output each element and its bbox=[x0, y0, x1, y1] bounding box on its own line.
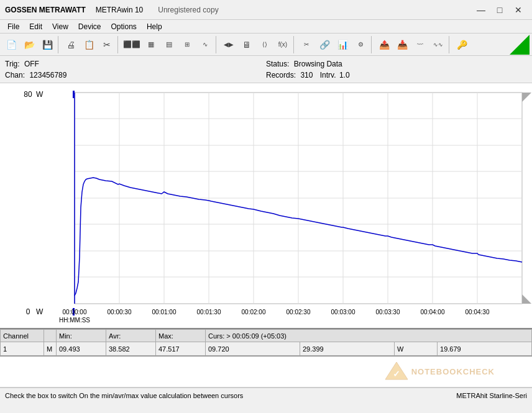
toolbar-btn18[interactable]: 📊 bbox=[334, 36, 351, 53]
toolbar-btn20[interactable]: 📤 bbox=[375, 36, 393, 53]
col-header-max: Max: bbox=[156, 330, 206, 342]
toolbar-btn13[interactable]: 🖥 bbox=[238, 36, 255, 53]
menu-help[interactable]: Help bbox=[142, 21, 167, 32]
toolbar-btn6[interactable]: ✂ bbox=[98, 36, 116, 53]
menu-edit[interactable]: Edit bbox=[24, 21, 47, 32]
menu-options[interactable]: Options bbox=[106, 21, 142, 32]
toolbar-sep5 bbox=[371, 36, 374, 53]
toolbar-btn7[interactable]: ⬛⬛ bbox=[122, 36, 142, 53]
status-device: METRAhit Starline-Seri bbox=[456, 392, 527, 399]
toolbar-btn22[interactable]: 〰 bbox=[411, 36, 429, 53]
toolbar-btn4[interactable]: 🖨 bbox=[62, 36, 80, 53]
unregistered-label: Unregistered copy bbox=[158, 6, 218, 14]
col-header-curs: Curs: > 00:05:09 (+05:03) bbox=[206, 330, 532, 342]
svg-marker-0 bbox=[510, 35, 530, 55]
svg-text:00:04:00: 00:04:00 bbox=[421, 309, 445, 315]
toolbar-btn23[interactable]: ∿∿ bbox=[429, 36, 447, 53]
toolbar-btn11[interactable]: ∿ bbox=[196, 36, 214, 53]
cell-unit: W bbox=[394, 342, 437, 356]
info-left: Trig: OFF Chan: 123456789 bbox=[5, 58, 266, 81]
toolbar-sep4 bbox=[293, 36, 296, 53]
menu-file[interactable]: File bbox=[2, 21, 24, 32]
toolbar-open[interactable]: 📂 bbox=[21, 36, 38, 53]
toolbar-btn9[interactable]: ▤ bbox=[160, 36, 178, 53]
toolbar-sep1 bbox=[58, 36, 60, 53]
minimize-button[interactable]: — bbox=[472, 2, 490, 17]
toolbar-btn21[interactable]: 📥 bbox=[393, 36, 411, 53]
title-bar-controls: — □ ✕ bbox=[472, 2, 527, 17]
toolbar-save[interactable]: 💾 bbox=[39, 36, 56, 53]
status-label: Status: bbox=[266, 60, 289, 68]
data-table: Channel Min: Avr: Max: Curs: > 00:05:09 … bbox=[0, 329, 532, 356]
intrv-value: 1.0 bbox=[339, 71, 350, 79]
table-row: 1 M 09.493 38.582 47.517 09.720 29.399 W… bbox=[1, 342, 532, 356]
green-corner bbox=[510, 35, 530, 55]
close-button[interactable]: ✕ bbox=[510, 2, 527, 17]
svg-text:0: 0 bbox=[26, 307, 30, 316]
status-bar: Check the box to switch On the min/avr/m… bbox=[0, 388, 532, 402]
records-label: Records: bbox=[266, 71, 296, 79]
maximize-button[interactable]: □ bbox=[491, 2, 508, 17]
cell-min: 09.493 bbox=[57, 342, 106, 356]
chan-row: Chan: 123456789 bbox=[5, 70, 266, 81]
toolbar-btn17[interactable]: 🔗 bbox=[316, 36, 333, 53]
chan-label: Chan: bbox=[5, 71, 25, 79]
svg-text:00:01:00: 00:01:00 bbox=[152, 309, 177, 315]
col-header-channel: Channel bbox=[1, 330, 44, 342]
toolbar-btn24[interactable]: 🔑 bbox=[453, 36, 470, 53]
cell-max: 47.517 bbox=[156, 342, 206, 356]
toolbar-btn12[interactable]: ◀▶ bbox=[220, 36, 237, 53]
watermark-area: ✓ NOTEBOOKCHECK bbox=[0, 356, 532, 388]
svg-text:00:01:30: 00:01:30 bbox=[197, 309, 221, 315]
svg-text:00:00:00: 00:00:00 bbox=[63, 309, 87, 315]
svg-text:✓: ✓ bbox=[393, 369, 400, 379]
toolbar-new[interactable]: 📄 bbox=[2, 36, 20, 53]
status-row: Status: Browsing Data bbox=[266, 58, 527, 70]
cell-curs2: 29.399 bbox=[300, 342, 394, 356]
toolbar-btn8[interactable]: ▦ bbox=[142, 36, 160, 53]
cell-curs3: 19.679 bbox=[438, 342, 532, 356]
title-bar: GOSSEN METRAWATT METRAwin 10 Unregistere… bbox=[0, 0, 532, 20]
main-content: 80 W 0 W bbox=[0, 83, 532, 329]
toolbar-sep6 bbox=[449, 36, 451, 53]
svg-text:W: W bbox=[36, 307, 44, 316]
svg-text:00:03:00: 00:03:00 bbox=[331, 309, 355, 315]
toolbar-btn19[interactable]: ⚙ bbox=[352, 36, 369, 53]
chart-container[interactable]: 80 W 0 W bbox=[0, 83, 532, 329]
toolbar-sep2 bbox=[117, 36, 120, 53]
svg-text:00:04:30: 00:04:30 bbox=[466, 309, 490, 315]
toolbar-sep3 bbox=[216, 36, 218, 53]
menu-device[interactable]: Device bbox=[73, 21, 106, 32]
measurements-table: Channel Min: Avr: Max: Curs: > 00:05:09 … bbox=[0, 329, 532, 356]
app-name: METRAwin 10 bbox=[96, 6, 143, 14]
toolbar-btn16[interactable]: ✂ bbox=[298, 36, 315, 53]
col-header-min: Min: bbox=[57, 330, 106, 342]
records-row: Records: 310 Intrv. 1.0 bbox=[266, 70, 527, 81]
menu-view[interactable]: View bbox=[47, 21, 73, 32]
toolbar-btn15[interactable]: f(x) bbox=[274, 36, 291, 53]
chan-value: 123456789 bbox=[29, 71, 66, 79]
intrv-label: Intrv. bbox=[320, 71, 336, 79]
trig-label: Trig: bbox=[5, 60, 20, 68]
toolbar-btn14[interactable]: ⟨⟩ bbox=[256, 36, 273, 53]
status-value: Browsing Data bbox=[294, 60, 342, 68]
toolbar: 📄 📂 💾 🖨 📋 ✂ ⬛⬛ ▦ ▤ ⊞ ∿ ◀▶ 🖥 ⟨⟩ f(x) ✂ 🔗 … bbox=[0, 34, 532, 56]
app-logo: GOSSEN METRAWATT bbox=[5, 6, 86, 14]
chart-svg-wrapper: 80 W 0 W bbox=[0, 83, 532, 328]
svg-text:HH:MM:SS: HH:MM:SS bbox=[59, 317, 90, 324]
cell-avr: 38.582 bbox=[106, 342, 156, 356]
svg-text:80: 80 bbox=[24, 90, 32, 99]
svg-text:00:00:30: 00:00:30 bbox=[108, 309, 132, 315]
status-message: Check the box to switch On the min/avr/m… bbox=[5, 392, 243, 399]
cell-marker: M bbox=[44, 342, 57, 356]
menu-bar: File Edit View Device Options Help bbox=[0, 20, 532, 34]
records-value: 310 bbox=[300, 71, 313, 79]
title-bar-left: GOSSEN METRAWATT METRAwin 10 Unregistere… bbox=[5, 6, 219, 14]
info-right: Status: Browsing Data Records: 310 Intrv… bbox=[266, 58, 527, 81]
svg-text:00:03:30: 00:03:30 bbox=[376, 309, 400, 315]
toolbar-btn10[interactable]: ⊞ bbox=[178, 36, 196, 53]
trig-row: Trig: OFF bbox=[5, 58, 266, 70]
toolbar-btn5[interactable]: 📋 bbox=[80, 36, 98, 53]
trig-value: OFF bbox=[24, 60, 39, 68]
col-header-chk bbox=[44, 330, 57, 342]
